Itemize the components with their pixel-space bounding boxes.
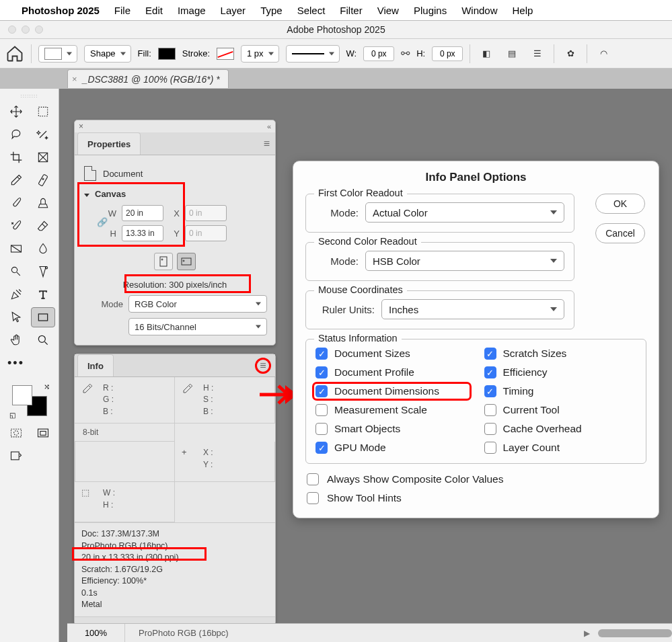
stroke-swatch[interactable] [217,48,234,60]
status-item-checkbox[interactable]: Cache Overhead [484,423,637,435]
default-colors-icon[interactable]: ◱ [9,411,15,419]
close-tab-icon[interactable]: × [72,74,77,84]
history-brush-tool[interactable] [4,216,28,236]
crop-tool[interactable] [4,147,28,167]
orientation-portrait[interactable] [154,253,173,270]
status-flyout-icon[interactable]: ▶ [584,629,590,638]
checkbox-icon[interactable] [315,442,328,454]
eyedropper-tool[interactable] [4,170,28,190]
ok-button[interactable]: OK [595,194,645,214]
menu-window[interactable]: Window [461,5,497,16]
edit-toolbar[interactable] [4,446,28,466]
eraser-tool[interactable] [31,216,55,236]
second-mode-dropdown[interactable]: HSB Color [365,251,564,271]
status-item-checkbox[interactable]: Current Tool [484,404,637,416]
always-show-checkbox[interactable]: Always Show Composite Color Values [307,473,646,485]
height-field[interactable] [432,46,463,61]
checkbox-icon[interactable] [484,442,496,454]
gradient-tool[interactable] [4,239,28,259]
status-item-checkbox[interactable]: Document Sizes [315,348,468,360]
properties-tab[interactable]: Properties [77,132,141,155]
path-ops-icon[interactable]: ◧ [477,44,496,63]
checkbox-icon[interactable] [315,423,328,435]
menu-filter[interactable]: Filter [340,5,362,16]
status-item-checkbox[interactable]: Measurement Scale [315,404,468,416]
ruler-units-dropdown[interactable]: Inches [381,299,564,319]
screen-mode-tool[interactable] [31,423,55,443]
info-tab[interactable]: Info [77,354,114,376]
checkbox-icon[interactable] [484,404,496,416]
canvas-width-field[interactable]: 20 in [122,205,163,221]
horizontal-scrollbar[interactable] [598,629,672,637]
hand-tool[interactable] [4,330,28,350]
status-item-checkbox[interactable]: Efficiency [484,366,637,378]
healing-brush-tool[interactable] [31,170,55,190]
width-field[interactable] [363,46,394,61]
tool-mode-dropdown[interactable]: Shape [84,45,131,63]
gear-icon[interactable]: ✿ [561,44,580,63]
swap-colors-icon[interactable]: ⤭ [44,383,50,391]
checkbox-icon[interactable] [315,366,328,378]
dodge-tool[interactable] [4,262,28,282]
panel-collapse-icon[interactable]: « [267,122,271,130]
type-tool[interactable] [31,284,55,305]
menu-edit[interactable]: Edit [145,5,163,16]
status-item-checkbox[interactable]: Timing [484,385,637,397]
foreground-color[interactable] [12,385,32,405]
cancel-button[interactable]: Cancel [595,223,645,243]
app-name[interactable]: Photoshop 2025 [22,5,100,16]
link-wh-icon[interactable]: ⚯ [401,47,410,60]
menu-help[interactable]: Help [513,5,533,16]
show-tool-hints-checkbox[interactable]: Show Tool Hints [307,492,646,504]
canvas-height-field[interactable]: 13.33 in [122,225,163,241]
radius-icon[interactable]: ◠ [594,44,613,63]
arrange-icon[interactable]: ☰ [528,44,547,63]
marquee-tool[interactable] [31,102,55,122]
path-selection-tool[interactable] [4,307,28,327]
checkbox-icon[interactable] [315,348,328,360]
lasso-tool[interactable] [4,124,28,145]
move-tool[interactable] [4,102,28,122]
menu-file[interactable]: File [114,5,130,16]
chevron-down-icon[interactable] [84,189,91,199]
menu-select[interactable]: Select [297,5,326,16]
checkbox-icon[interactable] [484,366,496,378]
status-item-checkbox[interactable]: Scratch Sizes [484,348,637,360]
remove-tool[interactable] [31,262,55,282]
panel-menu-icon[interactable]: ≡ [264,138,270,150]
quick-mask-tool[interactable] [4,423,28,443]
foreground-background-colors[interactable]: ⤭ ◱ [9,383,50,419]
checkbox-icon[interactable] [315,385,328,397]
menu-image[interactable]: Image [178,5,206,16]
align-icon[interactable]: ▤ [502,44,521,63]
magic-wand-tool[interactable] [31,124,55,145]
checkbox-icon[interactable] [307,473,319,485]
bit-depth-dropdown[interactable]: 16 Bits/Channel [128,318,267,335]
checkbox-icon[interactable] [315,404,328,416]
menu-plugins[interactable]: Plugins [414,5,447,16]
panel-grip[interactable]: :::::::: [4,93,54,99]
panel-close-icon[interactable]: × [79,122,83,131]
rectangle-tool[interactable] [31,307,55,327]
clone-stamp-tool[interactable] [31,193,55,213]
menu-view[interactable]: View [377,5,399,16]
frame-tool[interactable] [31,147,55,167]
checkbox-icon[interactable] [307,492,319,504]
status-item-checkbox[interactable]: GPU Mode [315,442,468,454]
blur-tool[interactable] [31,239,55,259]
zoom-level[interactable]: 100% [67,624,125,642]
link-dimensions-icon[interactable]: 🔗 [96,203,108,241]
checkbox-icon[interactable] [484,348,496,360]
checkbox-icon[interactable] [484,423,496,435]
menu-layer[interactable]: Layer [221,5,246,16]
document-tab[interactable]: × _DSC3881 @ 100% (RGB/16*) * [67,69,229,88]
status-text[interactable]: ProPhoto RGB (16bpc) [125,628,229,638]
zoom-tool[interactable] [31,330,55,350]
color-mode-dropdown[interactable]: RGB Color [128,295,267,313]
traffic-lights[interactable] [8,26,43,34]
status-item-checkbox[interactable]: Layer Count [484,442,637,454]
pen-tool[interactable] [4,284,28,305]
orientation-landscape[interactable] [177,253,196,270]
status-item-checkbox[interactable]: Document Dimensions [315,385,468,397]
menu-type[interactable]: Type [260,5,283,16]
